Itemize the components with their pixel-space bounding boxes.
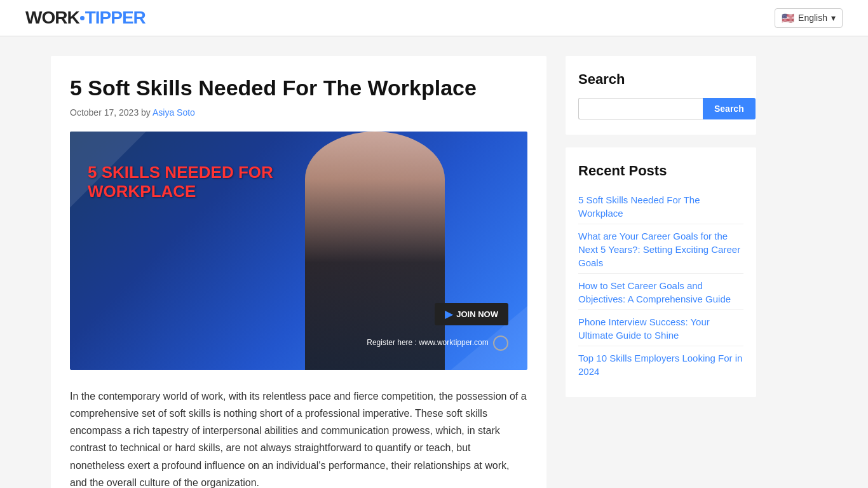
image-text-overlay: 5 SKILLS NEEDED FOR WORKPLACE bbox=[88, 163, 273, 201]
search-button[interactable]: Search bbox=[703, 98, 756, 119]
image-person-area bbox=[273, 132, 477, 370]
recent-post-link[interactable]: Phone Interview Success: Your Ultimate G… bbox=[578, 311, 743, 346]
play-icon: ▶ bbox=[445, 308, 452, 320]
article-hero-image: 5 SKILLS NEEDED FOR WORKPLACE ▶ JOIN NOW… bbox=[70, 132, 527, 370]
register-label: Register here : www.worktipper.com bbox=[367, 338, 488, 347]
recent-post-item: Phone Interview Success: Your Ultimate G… bbox=[578, 311, 743, 346]
person-silhouette bbox=[305, 132, 445, 370]
recent-post-link[interactable]: What are Your Career Goals for the Next … bbox=[578, 226, 743, 274]
image-register-text: Register here : www.worktipper.com bbox=[367, 336, 508, 351]
recent-post-item: What are Your Career Goals for the Next … bbox=[578, 226, 743, 274]
recent-posts-list: 5 Soft Skills Needed For The WorkplaceWh… bbox=[578, 189, 743, 382]
recent-posts-widget: Recent Posts 5 Soft Skills Needed For Th… bbox=[566, 147, 756, 397]
recent-post-item: Top 10 Skills Employers Looking For in 2… bbox=[578, 348, 743, 382]
logo[interactable]: WORKTIPPER bbox=[25, 8, 146, 28]
recent-post-item: 5 Soft Skills Needed For The Workplace bbox=[578, 189, 743, 224]
recent-post-link[interactable]: Top 10 Skills Employers Looking For in 2… bbox=[578, 348, 743, 382]
search-widget: Search Search bbox=[566, 56, 756, 135]
logo-work-text: WORK bbox=[25, 8, 79, 28]
recent-post-link[interactable]: How to Set Career Goals and Objectives: … bbox=[578, 275, 743, 310]
sidebar: Search Search Recent Posts 5 Soft Skills… bbox=[566, 56, 756, 488]
search-form: Search bbox=[578, 98, 743, 119]
language-selector[interactable]: 🇺🇸 English ▾ bbox=[775, 8, 843, 28]
image-join-button: ▶ JOIN NOW bbox=[435, 303, 508, 325]
recent-posts-title: Recent Posts bbox=[578, 163, 743, 179]
article-meta: October 17, 2023 by Asiya Soto bbox=[70, 107, 527, 118]
chevron-down-icon: ▾ bbox=[831, 13, 836, 23]
recent-post-item: How to Set Career Goals and Objectives: … bbox=[578, 275, 743, 310]
article-paragraph-1: In the contemporary world of work, with … bbox=[70, 388, 527, 488]
article-by: by bbox=[141, 107, 153, 118]
globe-icon bbox=[493, 336, 508, 351]
article-date: October 17, 2023 bbox=[70, 107, 139, 118]
logo-tipper-text: TIPPER bbox=[85, 8, 146, 28]
recent-post-link[interactable]: 5 Soft Skills Needed For The Workplace bbox=[578, 189, 743, 224]
article-body: In the contemporary world of work, with … bbox=[70, 388, 527, 488]
search-widget-title: Search bbox=[578, 71, 743, 88]
logo-dot bbox=[80, 16, 85, 20]
language-label: English bbox=[798, 13, 827, 23]
search-input[interactable] bbox=[578, 98, 703, 119]
content-wrapper: 5 Soft Skills Needed For The Workplace O… bbox=[0, 37, 868, 488]
main-article: 5 Soft Skills Needed For The Workplace O… bbox=[51, 56, 546, 488]
join-label: JOIN NOW bbox=[456, 309, 498, 319]
article-author-link[interactable]: Asiya Soto bbox=[153, 107, 195, 118]
flag-icon: 🇺🇸 bbox=[782, 12, 794, 24]
header: WORKTIPPER 🇺🇸 English ▾ bbox=[0, 0, 868, 36]
image-headline-line2: WORKPLACE bbox=[88, 182, 273, 201]
image-headline-line1: 5 SKILLS NEEDED FOR bbox=[88, 163, 273, 182]
article-title: 5 Soft Skills Needed For The Workplace bbox=[70, 75, 527, 101]
